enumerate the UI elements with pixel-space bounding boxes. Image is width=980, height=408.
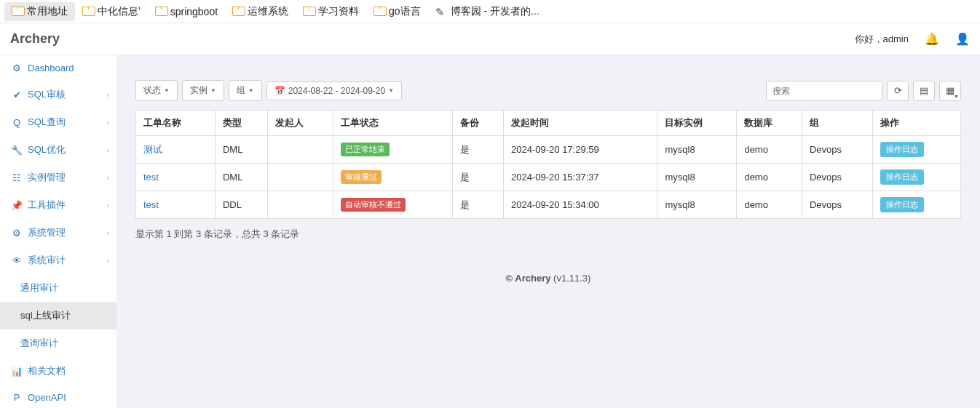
bookmark-label: springboot bbox=[170, 6, 218, 17]
bell-icon[interactable]: 🔔 bbox=[925, 32, 939, 46]
toolbar-left: 状态▼ 实例▼ 组▼ 📅2024-08-22 - 2024-09-20▼ bbox=[135, 80, 402, 101]
chevron-icon: ‹ bbox=[107, 119, 109, 127]
op-log-button[interactable]: 操作日志 bbox=[880, 169, 924, 185]
table-header[interactable]: 发起人 bbox=[268, 111, 333, 136]
bookmark-label: 中化信息' bbox=[98, 5, 141, 18]
cell-op: 操作日志 bbox=[873, 191, 961, 219]
chevron-icon: ‹ bbox=[107, 229, 109, 237]
nav-label: OpenAPI bbox=[28, 392, 66, 403]
nav-label: SQL审核 bbox=[28, 88, 66, 101]
footer-brand: © Archery bbox=[506, 273, 551, 284]
top-bar: Archery 你好，admin 🔔 👤 bbox=[0, 23, 980, 55]
table-header[interactable]: 工单状态 bbox=[333, 111, 452, 136]
nav-item[interactable]: ⚙Dashboard bbox=[0, 55, 116, 81]
table-row: testDDL自动审核不通过是2024-09-20 15:34:00mysql8… bbox=[136, 191, 961, 219]
cell-type: DML bbox=[215, 164, 267, 191]
cell-group: Devops bbox=[802, 136, 872, 164]
nav-item[interactable]: 👁系统审计‹ bbox=[0, 247, 116, 274]
table-header[interactable]: 目标实例 bbox=[657, 111, 737, 136]
table-header[interactable]: 组 bbox=[802, 111, 872, 136]
nav-item[interactable]: ✔SQL审核‹ bbox=[0, 81, 116, 108]
status-badge: 审核通过 bbox=[341, 170, 382, 184]
user-icon[interactable]: 👤 bbox=[955, 32, 970, 46]
nav-sub-item[interactable]: 查询审计 bbox=[0, 329, 116, 357]
nav-sub-item[interactable]: sql上线审计 bbox=[0, 302, 116, 329]
cell-db: demo bbox=[737, 164, 802, 191]
sidebar: ⚙Dashboard✔SQL审核‹QSQL查询‹🔧SQL优化‹☷实例管理‹📌工具… bbox=[0, 55, 116, 408]
cell-type: DML bbox=[215, 136, 267, 164]
bars-icon: 📊 bbox=[10, 366, 23, 377]
nav-item[interactable]: POpenAPI bbox=[0, 385, 116, 408]
nav-sub-item[interactable]: 通用审计 bbox=[0, 274, 116, 302]
status-badge: 自动审核不通过 bbox=[341, 198, 406, 212]
search-input[interactable] bbox=[766, 81, 882, 101]
refresh-button[interactable]: ⟳ bbox=[887, 81, 909, 101]
table-header[interactable]: 数据库 bbox=[737, 111, 802, 136]
folder-icon bbox=[303, 7, 315, 16]
status-badge: 已正常结束 bbox=[341, 143, 390, 156]
search-icon: Q bbox=[10, 117, 23, 128]
cell-backup: 是 bbox=[452, 164, 503, 191]
order-name-link[interactable]: test bbox=[143, 199, 159, 210]
columns-button[interactable]: ▦▼ bbox=[939, 81, 961, 101]
table-header[interactable]: 发起时间 bbox=[504, 111, 657, 136]
nav-item[interactable]: ⚙系统管理‹ bbox=[0, 219, 116, 247]
bookmark-label: 博客园 - 开发者的... bbox=[451, 5, 540, 18]
bookmark-item[interactable]: 运维系统 bbox=[225, 2, 296, 21]
bookmark-item[interactable]: 中化信息' bbox=[75, 2, 148, 21]
nav-label: 相关文档 bbox=[28, 364, 66, 377]
toggle-button[interactable]: ▤ bbox=[913, 81, 935, 101]
cell-user bbox=[268, 136, 333, 164]
cell-time: 2024-09-20 17:29:59 bbox=[504, 136, 657, 164]
top-right: 你好，admin 🔔 👤 bbox=[855, 32, 970, 46]
cell-status: 审核通过 bbox=[333, 164, 452, 191]
bookmark-item[interactable]: springboot bbox=[148, 3, 225, 20]
cell-group: Devops bbox=[802, 191, 872, 219]
table-row: testDML审核通过是2024-09-20 15:37:37mysql8dem… bbox=[136, 164, 961, 191]
cell-status: 自动审核不通过 bbox=[333, 191, 452, 219]
status-filter-button[interactable]: 状态▼ bbox=[135, 80, 178, 101]
table-header[interactable]: 备份 bbox=[452, 111, 503, 136]
brand-title: Archery bbox=[10, 31, 60, 47]
bookmark-item[interactable]: 学习资料 bbox=[296, 2, 366, 21]
nav-label: SQL优化 bbox=[28, 143, 66, 156]
nav-label: 工具插件 bbox=[28, 199, 66, 212]
greeting-text[interactable]: 你好，admin bbox=[855, 33, 909, 46]
chevron-icon: ‹ bbox=[107, 201, 109, 209]
table-header[interactable]: 类型 bbox=[215, 111, 267, 136]
nav-label: 系统管理 bbox=[28, 226, 66, 239]
table-header[interactable]: 操作 bbox=[873, 111, 961, 136]
list-icon: ☷ bbox=[10, 172, 23, 183]
bookmark-item[interactable]: go语言 bbox=[366, 2, 428, 21]
group-filter-button[interactable]: 组▼ bbox=[229, 80, 262, 101]
op-log-button[interactable]: 操作日志 bbox=[880, 142, 924, 157]
cell-group: Devops bbox=[802, 164, 872, 191]
bookmark-item[interactable]: ✎博客园 - 开发者的... bbox=[428, 2, 547, 21]
date-range-button[interactable]: 📅2024-08-22 - 2024-09-20▼ bbox=[266, 81, 402, 100]
instance-filter-button[interactable]: 实例▼ bbox=[182, 80, 224, 101]
cell-db: demo bbox=[737, 191, 802, 219]
cell-name: test bbox=[136, 191, 216, 219]
nav-item[interactable]: ☷实例管理‹ bbox=[0, 164, 116, 191]
nav-label: 实例管理 bbox=[28, 171, 66, 184]
cell-instance: mysql8 bbox=[657, 164, 737, 191]
bookmark-item[interactable]: 常用地址 bbox=[4, 2, 75, 21]
nav-item[interactable]: 📌工具插件‹ bbox=[0, 191, 116, 219]
nav-item[interactable]: QSQL查询‹ bbox=[0, 108, 116, 136]
order-name-link[interactable]: test bbox=[143, 172, 159, 183]
op-log-button[interactable]: 操作日志 bbox=[880, 197, 924, 212]
nav-item[interactable]: 📊相关文档 bbox=[0, 357, 116, 385]
cell-backup: 是 bbox=[452, 136, 503, 164]
folder-icon bbox=[374, 7, 385, 16]
nav-label: 系统审计 bbox=[28, 254, 66, 267]
page-footer: © Archery (v1.11.3) bbox=[135, 273, 961, 284]
bookmark-label: 学习资料 bbox=[318, 5, 359, 18]
cell-op: 操作日志 bbox=[873, 164, 961, 191]
table-header[interactable]: 工单名称 bbox=[136, 111, 216, 136]
chevron-icon: ‹ bbox=[107, 146, 109, 154]
calendar-icon: 📅 bbox=[274, 86, 285, 96]
nav-item[interactable]: 🔧SQL优化‹ bbox=[0, 136, 116, 164]
cell-user bbox=[268, 191, 333, 219]
order-name-link[interactable]: 测试 bbox=[143, 144, 162, 155]
cell-instance: mysql8 bbox=[657, 191, 737, 219]
